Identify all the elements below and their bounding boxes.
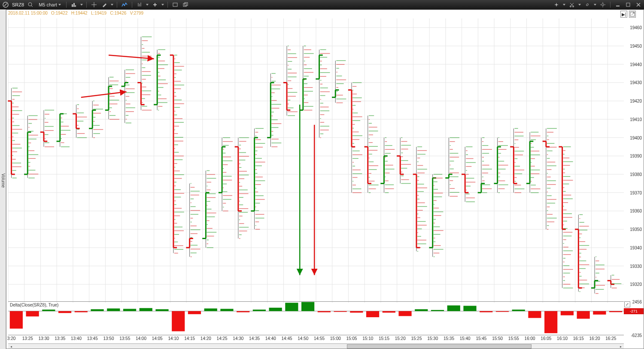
svg-rect-1008 — [512, 310, 525, 311]
svg-line-973 — [81, 92, 127, 97]
svg-rect-982 — [91, 309, 103, 311]
svg-rect-984 — [123, 309, 136, 311]
search-icon[interactable] — [27, 1, 34, 9]
svg-rect-995 — [301, 302, 314, 311]
time-tick: 16:25 — [605, 336, 616, 341]
symbol-label[interactable]: SRZ8 — [12, 2, 24, 7]
time-tick: 14:30 — [233, 336, 243, 341]
cut-icon[interactable] — [568, 1, 576, 9]
price-tick: 19390 — [630, 154, 642, 158]
time-tick: 15:20 — [395, 336, 406, 341]
indicator-icon[interactable] — [121, 1, 128, 9]
time-tick: 14:55 — [314, 336, 325, 341]
time-xaxis[interactable]: 3:2013:2513:3013:3513:4013:4513:5013:551… — [8, 335, 624, 343]
svg-rect-983 — [107, 309, 120, 311]
chevron-down-icon[interactable] — [111, 4, 113, 6]
price-tick: 19420 — [630, 99, 642, 103]
svg-rect-1011 — [561, 311, 574, 316]
svg-rect-1006 — [480, 311, 492, 313]
chevron-down-icon[interactable] — [594, 4, 596, 6]
svg-rect-991 — [237, 311, 249, 313]
link-icon[interactable] — [583, 1, 591, 9]
price-tick: 19450 — [630, 44, 642, 49]
price-chart[interactable] — [8, 18, 624, 303]
time-tick: 14:00 — [136, 336, 146, 341]
scrollbar-thumb[interactable] — [347, 344, 532, 349]
crosshair-icon[interactable] — [90, 1, 98, 9]
svg-rect-1012 — [577, 311, 590, 319]
horizontal-scrollbar[interactable]: ◂ ▸ — [8, 343, 624, 349]
svg-rect-997 — [334, 311, 347, 312]
timeframe-label: M5 chart — [39, 2, 57, 7]
magic-icon[interactable] — [553, 1, 560, 9]
svg-rect-988 — [188, 311, 201, 314]
time-tick: 15:15 — [379, 336, 389, 341]
svg-point-1 — [28, 3, 32, 6]
bars-icon[interactable] — [136, 1, 143, 9]
time-tick: 13:55 — [119, 336, 130, 341]
step-forward-icon[interactable]: ▶| — [620, 11, 627, 18]
delta-title: Delta(Close(SRZ8), True) — [9, 303, 59, 307]
svg-rect-977 — [10, 311, 23, 329]
plus-icon[interactable] — [151, 1, 159, 9]
svg-rect-981 — [75, 311, 88, 313]
chevron-down-icon[interactable] — [578, 4, 581, 6]
price-tick: 19350 — [630, 227, 642, 232]
scroll-left-icon[interactable]: ◂ — [8, 344, 14, 349]
pencil-icon[interactable] — [100, 1, 108, 9]
popout-icon[interactable] — [629, 11, 636, 18]
price-yaxis[interactable]: 1932019330193401935019360193701938019390… — [624, 18, 644, 303]
close-icon[interactable] — [635, 1, 642, 9]
svg-rect-986 — [155, 309, 168, 311]
time-tick: 15:00 — [330, 336, 341, 341]
chevron-down-icon[interactable] — [80, 4, 83, 6]
chevron-down-icon[interactable] — [563, 4, 565, 6]
svg-rect-26 — [626, 3, 630, 6]
time-tick: 16:15 — [573, 336, 584, 341]
time-tick: 13:40 — [71, 336, 82, 341]
chevron-down-icon[interactable] — [146, 4, 149, 6]
price-tick: 19360 — [630, 209, 642, 213]
svg-rect-994 — [285, 303, 298, 311]
gear-icon[interactable] — [599, 1, 607, 9]
expand-icon[interactable]: ⤢ — [624, 301, 630, 307]
delta-panel[interactable]: Delta(Close(SRZ8), True) -62352456 -271 … — [8, 301, 624, 335]
delta-tick: 2456 — [632, 300, 642, 304]
top-toolbar: SRZ8 M5 chart — [0, 0, 644, 9]
timeframe-dropdown[interactable]: M5 chart — [37, 2, 63, 7]
chart-type-icon[interactable] — [70, 1, 78, 9]
time-tick: 15:10 — [362, 336, 373, 341]
chevron-down-icon[interactable] — [161, 4, 164, 6]
scroll-right-icon[interactable]: ▸ — [618, 344, 624, 349]
price-tick: 19330 — [630, 264, 642, 268]
svg-rect-4 — [73, 3, 75, 7]
chevron-down-icon — [58, 4, 61, 6]
window-icon[interactable] — [171, 1, 179, 9]
minimize-icon[interactable] — [614, 1, 622, 9]
sidetab-volume[interactable]: Volume — [1, 173, 6, 188]
price-tick: 19430 — [630, 80, 642, 85]
app-logo-icon[interactable] — [2, 1, 9, 9]
svg-rect-992 — [253, 310, 266, 311]
svg-rect-13 — [173, 3, 177, 6]
svg-rect-999 — [366, 311, 379, 317]
svg-rect-979 — [42, 310, 55, 311]
svg-rect-1003 — [431, 310, 444, 311]
time-tick: 14:15 — [184, 336, 195, 341]
svg-rect-978 — [26, 311, 39, 316]
price-tick: 19380 — [630, 172, 642, 177]
delta-chart — [8, 302, 624, 335]
time-tick: 14:05 — [152, 336, 163, 341]
ohlc-readout: 2018.02.11 15:00:00 O:19422 H:19442 L:19… — [8, 11, 143, 15]
time-tick: 14:35 — [249, 336, 260, 341]
time-tick: 15:55 — [508, 336, 519, 341]
delta-current-flag: -271 — [624, 308, 644, 314]
maximize-icon[interactable] — [624, 1, 632, 9]
svg-line-972 — [109, 55, 154, 59]
layers-icon[interactable] — [182, 1, 189, 9]
svg-rect-985 — [140, 308, 152, 311]
time-tick: 15:50 — [492, 336, 503, 341]
time-tick: 16:20 — [589, 336, 600, 341]
time-tick: 13:25 — [22, 336, 33, 341]
svg-rect-996 — [318, 311, 331, 313]
